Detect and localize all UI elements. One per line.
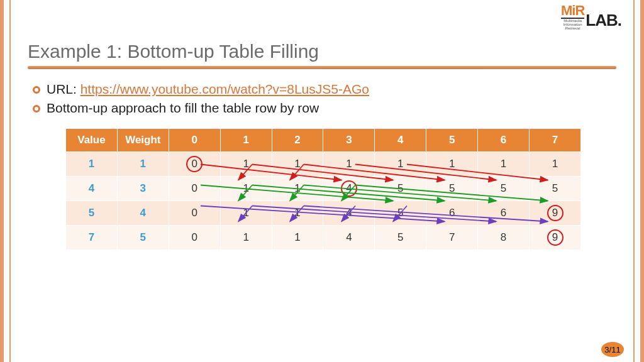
cell-weight: 4 [117,201,169,226]
table-row: 4301145555 [66,177,581,201]
cell-weight: 1 [117,152,169,177]
circled-value: 4 [341,180,357,197]
cell-dp: 9 [530,226,581,250]
bullet-approach: Bottom-up approach to fill the table row… [33,101,616,116]
cell-dp: 4 [323,177,375,201]
col-header: 5 [426,129,478,152]
cell-dp: 4 [323,201,375,226]
cell-dp: 1 [220,177,272,201]
bullet-url-prefix: URL: [47,82,80,96]
logo: MiR Multimedia Information Retrieval LAB… [561,4,621,30]
slide-title: Example 1: Bottom-up Table Filling [28,41,616,62]
col-header: 7 [530,129,581,152]
cell-dp: 1 [272,177,323,201]
cell-dp: 5 [375,177,426,201]
cell-dp: 0 [169,201,220,226]
col-header: 4 [375,129,426,152]
bullet-approach-text: Bottom-up approach to fill the table row… [47,101,319,116]
cell-dp: 0 [169,152,220,177]
cell-dp: 1 [478,152,530,177]
cell-dp: 6 [426,201,478,226]
cell-dp: 1 [220,226,272,250]
logo-sub3: Retrieval [565,26,580,30]
dp-table-wrap: ValueWeight01234567 11011111114301145555… [65,128,581,250]
youtube-link[interactable]: https://www.youtube.com/watch?v=8LusJS5-… [80,82,369,96]
cell-value: 5 [66,201,118,226]
cell-dp: 5 [530,177,581,201]
cell-dp: 0 [169,226,220,250]
cell-dp: 1 [220,201,272,226]
cell-value: 1 [66,152,118,177]
page-number: 3/11 [601,342,624,357]
table-row: 1101111111 [66,152,581,177]
col-header: 1 [220,129,272,152]
col-header: Value [66,129,118,152]
circled-value: 9 [547,205,564,221]
col-header: 0 [169,129,220,152]
table-row: 5401145669 [66,201,581,226]
cell-dp: 5 [478,177,530,201]
cell-dp: 1 [323,152,375,177]
cell-dp: 1 [375,152,426,177]
dp-table: ValueWeight01234567 11011111114301145555… [65,128,581,250]
bullet-url: URL: https://www.youtube.com/watch?v=8Lu… [33,82,616,97]
cell-weight: 3 [117,177,169,201]
col-header: Weight [117,129,169,152]
border-accent-left [9,0,11,362]
cell-dp: 1 [272,152,323,177]
cell-dp: 1 [530,152,581,177]
cell-dp: 5 [375,201,426,226]
cell-value: 4 [66,177,118,201]
cell-dp: 9 [530,201,581,226]
cell-dp: 5 [426,177,478,201]
title-underline [28,66,616,69]
page-current: 3 [604,345,609,354]
bullet-icon [33,86,40,94]
slide: MiR Multimedia Information Retrieval LAB… [0,0,644,362]
logo-lab: LAB. [586,11,621,30]
col-header: 2 [272,129,323,152]
cell-dp: 0 [169,177,220,201]
border-accent-right [633,0,635,362]
cell-dp: 1 [426,152,478,177]
logo-brand: MiR [561,4,584,19]
page-total: 11 [611,345,620,354]
cell-dp: 4 [323,226,375,250]
table-row: 7501145789 [66,226,581,250]
cell-dp: 1 [220,152,272,177]
cell-dp: 1 [272,201,323,226]
circled-value: 9 [547,229,564,246]
cell-dp: 5 [375,226,426,250]
bullet-list: URL: https://www.youtube.com/watch?v=8Lu… [28,82,616,116]
cell-dp: 7 [426,226,478,250]
bullet-icon [33,105,40,112]
cell-value: 7 [66,226,118,250]
cell-dp: 1 [272,226,323,250]
cell-dp: 6 [478,201,530,226]
col-header: 3 [323,129,375,152]
cell-dp: 8 [478,226,530,250]
cell-weight: 5 [117,226,169,250]
circled-value: 0 [186,156,203,172]
col-header: 6 [478,129,530,152]
